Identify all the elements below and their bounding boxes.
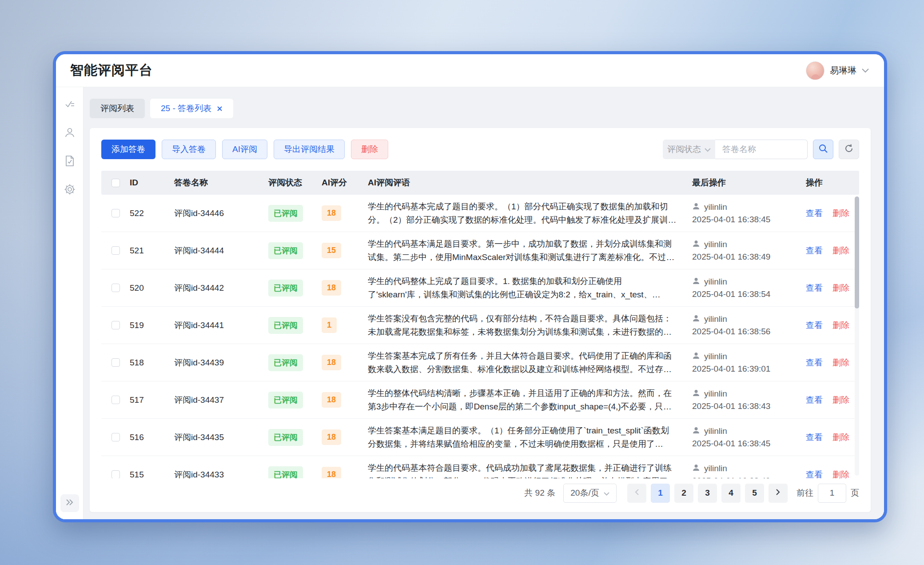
page-size-value: 20条/页 bbox=[570, 487, 599, 499]
view-link[interactable]: 查看 bbox=[806, 432, 823, 443]
operator-name: yilinlin bbox=[704, 240, 727, 249]
scrollbar-thumb[interactable] bbox=[855, 196, 859, 309]
view-link[interactable]: 查看 bbox=[806, 245, 823, 256]
table-row: 519 评阅id-34441 已评阅 1 学生答案没有包含完整的代码，仅有部分结… bbox=[101, 307, 859, 344]
pagination: 共 92 条 20条/页 1 2 bbox=[101, 478, 859, 512]
row-checkbox[interactable] bbox=[112, 470, 120, 478]
column-header-name: 答卷名称 bbox=[174, 177, 268, 188]
review-status-select[interactable]: 评阅状态 bbox=[663, 140, 715, 159]
row-checkbox[interactable] bbox=[112, 433, 120, 441]
import-answer-button[interactable]: 导入答卷 bbox=[162, 140, 216, 159]
delete-link[interactable]: 删除 bbox=[832, 282, 849, 294]
tab-bar: 评阅列表 25 - 答卷列表 bbox=[90, 99, 871, 118]
page-button-3[interactable]: 3 bbox=[698, 484, 717, 503]
delete-link[interactable]: 删除 bbox=[832, 320, 849, 331]
user-icon bbox=[692, 464, 700, 474]
table-body: 522 评阅id-34446 已评阅 18 学生的代码基本完成了题目的要求。（1… bbox=[101, 195, 859, 478]
row-checkbox[interactable] bbox=[112, 321, 120, 329]
page-button-4[interactable]: 4 bbox=[721, 484, 741, 503]
export-results-button[interactable]: 导出评阅结果 bbox=[274, 140, 345, 159]
sidebar-item-review-list[interactable] bbox=[62, 97, 78, 113]
view-link[interactable]: 查看 bbox=[806, 357, 823, 369]
table-header: ID 答卷名称 评阅状态 AI评分 AI评阅评语 最后操作 操作 bbox=[101, 171, 859, 195]
row-name: 评阅id-34441 bbox=[174, 320, 268, 331]
column-header-id: ID bbox=[130, 178, 174, 188]
refresh-button[interactable] bbox=[839, 140, 859, 159]
table-row: 516 评阅id-34435 已评阅 18 学生答案基本满足题目的要求。（1）任… bbox=[101, 419, 859, 456]
app-header: 智能评阅平台 易琳琳 bbox=[56, 54, 884, 87]
user-icon bbox=[692, 240, 700, 250]
refresh-icon bbox=[844, 144, 854, 155]
ai-review-button[interactable]: AI评阅 bbox=[222, 140, 267, 159]
score-badge: 1 bbox=[322, 317, 337, 333]
table-row: 517 评阅id-34437 已评阅 18 学生的整体代码结构清晰，步骤基本正确… bbox=[101, 381, 859, 419]
prev-page-button[interactable] bbox=[627, 484, 646, 503]
sidebar-expand-button[interactable] bbox=[60, 494, 79, 512]
next-page-button[interactable] bbox=[769, 484, 788, 503]
goto-label: 前往 bbox=[797, 487, 813, 499]
goto-page-input[interactable] bbox=[818, 484, 846, 503]
delete-link[interactable]: 删除 bbox=[832, 208, 849, 219]
column-header-status: 评阅状态 bbox=[268, 177, 322, 188]
column-header-comment: AI评阅评语 bbox=[368, 177, 692, 188]
view-link[interactable]: 查看 bbox=[806, 320, 823, 331]
row-name: 评阅id-34435 bbox=[174, 432, 268, 443]
score-badge: 18 bbox=[322, 280, 341, 296]
add-answer-button[interactable]: 添加答卷 bbox=[101, 140, 155, 159]
sidebar-item-documents[interactable] bbox=[62, 154, 78, 170]
view-link[interactable]: 查看 bbox=[806, 282, 823, 294]
scrollbar-track[interactable] bbox=[855, 196, 859, 476]
sidebar-item-users[interactable] bbox=[62, 125, 78, 141]
row-operator: yilinlin bbox=[692, 389, 806, 399]
view-link[interactable]: 查看 bbox=[806, 208, 823, 219]
row-timestamp: 2025-04-01 16:39:01 bbox=[692, 364, 806, 374]
row-timestamp: 2025-04-01 16:38:54 bbox=[692, 289, 806, 299]
row-checkbox[interactable] bbox=[112, 358, 120, 367]
delete-link[interactable]: 删除 bbox=[832, 357, 849, 369]
delete-link[interactable]: 删除 bbox=[832, 432, 849, 443]
user-menu[interactable]: 易琳琳 bbox=[806, 61, 869, 80]
toolbar: 添加答卷 导入答卷 AI评阅 导出评阅结果 删除 评阅状态 bbox=[101, 140, 859, 159]
row-name: 评阅id-34437 bbox=[174, 394, 268, 406]
score-badge: 18 bbox=[322, 467, 341, 478]
row-comment: 学生的代码基本符合题目要求。代码成功加载了鸢尾花数据集，并正确进行了训练集和测试… bbox=[368, 461, 677, 479]
select-all-checkbox[interactable] bbox=[112, 179, 120, 187]
close-icon[interactable] bbox=[217, 106, 223, 112]
delete-link[interactable]: 删除 bbox=[832, 245, 849, 256]
row-name: 评阅id-34442 bbox=[174, 282, 268, 294]
status-badge: 已评阅 bbox=[268, 429, 303, 446]
row-operator: yilinlin bbox=[692, 202, 806, 212]
operator-name: yilinlin bbox=[704, 389, 727, 399]
page-button-2[interactable]: 2 bbox=[674, 484, 693, 503]
answer-name-input[interactable] bbox=[715, 140, 808, 159]
tab-review-list[interactable]: 评阅列表 bbox=[90, 99, 145, 118]
page-size-select[interactable]: 20条/页 bbox=[563, 484, 617, 503]
row-checkbox[interactable] bbox=[112, 246, 120, 255]
row-checkbox[interactable] bbox=[112, 284, 120, 292]
delete-link[interactable]: 删除 bbox=[832, 394, 849, 406]
delete-link[interactable]: 删除 bbox=[832, 469, 849, 479]
page-button-1[interactable]: 1 bbox=[651, 484, 670, 503]
row-id: 516 bbox=[130, 433, 174, 442]
user-icon bbox=[692, 314, 700, 325]
row-comment: 学生的整体代码结构清晰，步骤基本正确，并且适用了正确的库和方法。然而，在第3步中… bbox=[368, 387, 677, 413]
page-button-5[interactable]: 5 bbox=[745, 484, 764, 503]
user-icon bbox=[692, 389, 700, 399]
tab-answer-sheets[interactable]: 25 - 答卷列表 bbox=[150, 99, 233, 118]
users-icon bbox=[64, 126, 76, 140]
view-link[interactable]: 查看 bbox=[806, 394, 823, 406]
row-checkbox[interactable] bbox=[112, 396, 120, 404]
desktop-background: 智能评阅平台 易琳琳 bbox=[0, 0, 924, 565]
operator-name: yilinlin bbox=[704, 464, 727, 473]
search-button[interactable] bbox=[813, 140, 833, 159]
view-link[interactable]: 查看 bbox=[806, 469, 823, 479]
document-check-icon bbox=[64, 155, 76, 169]
avatar[interactable] bbox=[806, 61, 824, 80]
row-name: 评阅id-34439 bbox=[174, 357, 268, 369]
delete-button[interactable]: 删除 bbox=[351, 140, 388, 159]
table-row: 520 评阅id-34442 已评阅 18 学生的代码整体上完成了题目要求。1.… bbox=[101, 269, 859, 307]
status-badge: 已评阅 bbox=[268, 280, 303, 297]
sidebar-item-settings[interactable] bbox=[62, 182, 78, 198]
row-checkbox[interactable] bbox=[112, 209, 120, 217]
operator-name: yilinlin bbox=[704, 277, 727, 287]
